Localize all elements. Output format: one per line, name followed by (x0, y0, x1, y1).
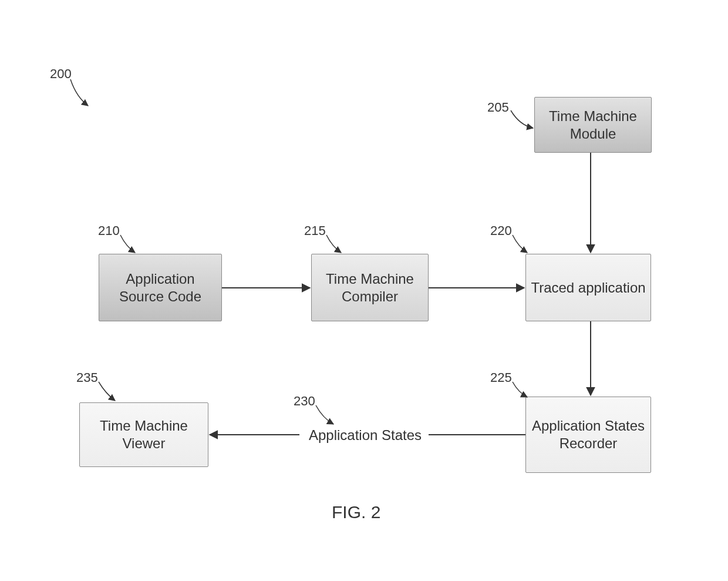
ref-230: 230 (294, 394, 315, 409)
leader-235 (99, 382, 115, 401)
leader-230 (316, 405, 333, 424)
node-label: Time Machine Compiler (315, 270, 424, 305)
node-application-states: Application States (299, 427, 431, 444)
leader-215 (326, 235, 341, 253)
figure-label: FIG. 2 (332, 502, 380, 522)
node-label: Time Machine Viewer (83, 417, 204, 452)
ref-210: 210 (98, 223, 120, 239)
node-application-states-recorder: Application States Recorder (525, 397, 651, 473)
ref-205: 205 (487, 100, 509, 115)
node-time-machine-viewer: Time Machine Viewer (79, 402, 208, 467)
diagram-canvas: 200 Time Machine Module 205 Application … (0, 0, 728, 581)
node-traced-application: Traced application (525, 254, 651, 321)
node-label: Time Machine Module (538, 108, 648, 143)
node-label: Application States Recorder (530, 417, 647, 452)
leader-205 (511, 110, 533, 128)
node-time-machine-compiler: Time Machine Compiler (311, 254, 429, 321)
ref-220: 220 (490, 223, 512, 239)
node-time-machine-module: Time Machine Module (534, 97, 652, 153)
node-application-source-code: Application Source Code (99, 254, 222, 321)
ref-225: 225 (490, 370, 512, 385)
node-label: Application Source Code (103, 270, 218, 305)
ref-215: 215 (304, 223, 326, 239)
leader-210 (120, 235, 135, 253)
leader-220 (513, 235, 527, 253)
leader-200 (70, 79, 88, 106)
node-label: Traced application (531, 279, 645, 297)
leader-225 (513, 382, 527, 397)
ref-235: 235 (76, 370, 98, 385)
ref-200: 200 (50, 66, 72, 82)
node-label: Application States (309, 427, 422, 443)
